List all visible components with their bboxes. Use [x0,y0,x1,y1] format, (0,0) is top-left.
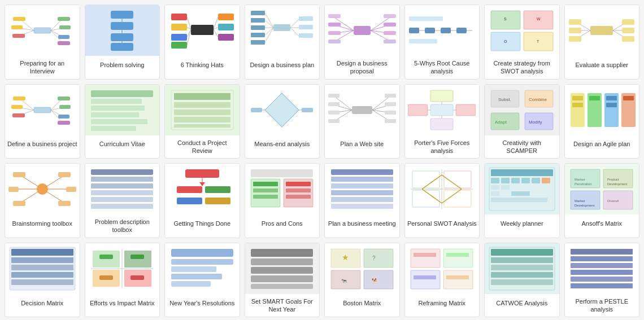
svg-rect-27 [218,14,234,20]
template-card-7[interactable]: S W O T Create strategy from SWOT analys… [484,5,560,80]
template-card-8[interactable]: Evaluate a supplier [564,5,640,80]
svg-rect-185 [13,172,25,177]
svg-rect-278 [251,284,313,289]
svg-rect-114 [59,105,71,109]
svg-rect-130 [251,108,262,112]
svg-rect-9 [11,25,23,29]
card-thumbnail [325,85,399,135]
svg-rect-186 [8,187,19,192]
svg-rect-134 [352,106,372,114]
svg-marker-199 [199,182,205,186]
card-label: Define a business project [5,135,80,154]
template-card-27[interactable]: New Year's Resolutions [164,243,240,318]
template-card-26[interactable]: Efforts vs Impact Matrix [85,243,160,318]
svg-rect-300 [491,279,553,285]
card-label: Design a business proposal [325,56,399,79]
template-card-17[interactable]: Brainstorming toolbox [5,163,80,238]
template-card-3[interactable]: 6 Thinking Hats [164,5,240,80]
card-thumbnail [85,243,160,294]
svg-rect-287 [411,249,440,268]
svg-rect-68 [384,23,396,27]
template-card-20[interactable]: Pros and Cons [245,163,320,238]
svg-rect-239 [491,191,499,196]
svg-rect-188 [58,172,71,177]
card-thumbnail [245,164,320,214]
svg-rect-298 [491,265,553,270]
svg-rect-306 [571,283,633,288]
svg-text:T: T [537,40,539,43]
svg-rect-191 [91,169,153,175]
svg-rect-26 [171,42,187,49]
template-card-1[interactable]: Preparing for an Interview [5,5,80,80]
template-card-29[interactable]: ★ ? 🐄 🐕 Boston Matrix [324,243,400,318]
template-card-21[interactable]: Plan a business meeting [324,163,400,238]
template-card-19[interactable]: Getting Things Done [164,163,240,238]
card-thumbnail [85,85,160,135]
svg-rect-145 [328,111,340,115]
svg-rect-12 [59,25,71,29]
card-label: New Year's Resolutions [165,294,240,312]
svg-rect-215 [331,183,393,189]
svg-text:Subst.: Subst. [498,97,511,102]
template-card-11[interactable]: Conduct a Project Review [164,84,240,159]
template-card-23[interactable]: Weekly planner [484,163,560,238]
card-thumbnail [325,164,399,214]
card-thumbnail [405,243,480,294]
template-card-25[interactable]: Decision Matrix [5,243,80,318]
svg-rect-120 [91,112,139,117]
svg-line-43 [265,20,273,28]
svg-rect-296 [491,249,553,256]
template-card-28[interactable]: Set SMART Goals For Next Year [245,243,320,318]
card-label: CATWOE Analysis [485,294,559,312]
svg-rect-292 [446,253,469,257]
card-thumbnail [165,5,240,56]
svg-text:Modify: Modify [529,120,542,125]
svg-rect-202 [177,198,202,204]
svg-rect-155 [430,119,453,130]
template-card-9[interactable]: Define a business project [5,84,80,159]
template-card-14[interactable]: Porter's Five Forces analysis [404,84,480,159]
svg-rect-112 [12,113,25,117]
card-label: Means-end analysis [245,135,320,154]
template-card-10[interactable]: Curriculum Vitae [85,84,160,159]
svg-rect-127 [174,117,230,122]
svg-rect-216 [331,190,393,195]
svg-rect-38 [251,18,265,23]
template-card-22[interactable]: Personal SWOT Analysis [404,163,480,238]
card-label: Problem solving [85,56,160,74]
template-card-16[interactable]: Design an Agile plan [564,84,640,159]
card-thumbnail [5,5,80,56]
svg-rect-277 [251,275,313,282]
svg-rect-267 [99,275,113,280]
template-card-2[interactable]: Problem solving [85,5,160,80]
card-thumbnail [565,85,639,135]
svg-rect-177 [623,96,634,100]
template-card-18[interactable]: Problem description toolbox [85,163,160,238]
template-card-15[interactable]: Subst. Combine Adapt Modify Creativity w… [484,84,560,159]
svg-rect-131 [302,108,313,112]
svg-rect-95 [569,36,581,42]
card-label: Creativity with SCAMPER [485,135,559,159]
template-card-5[interactable]: Design a business proposal [324,5,400,80]
svg-rect-211 [286,189,311,192]
template-card-30[interactable]: Reframing Matrix [404,243,480,318]
svg-rect-16 [111,22,133,30]
svg-rect-175 [606,96,617,100]
svg-rect-89 [590,26,613,35]
template-card-32[interactable]: Perform a PESTLE analysis [564,243,640,318]
svg-rect-265 [99,255,113,259]
template-card-31[interactable]: CATWOE Analysis [484,243,560,318]
template-card-4[interactable]: Design a business plan [245,5,320,80]
template-card-13[interactable]: Plan a Web site [324,84,400,159]
svg-rect-214 [331,177,393,182]
svg-rect-288 [443,249,473,268]
svg-rect-192 [91,177,153,182]
card-thumbnail [405,164,480,214]
template-card-12[interactable]: Means-end analysis [245,84,320,159]
svg-line-32 [187,29,191,37]
svg-marker-129 [265,93,299,127]
svg-rect-153 [456,104,476,116]
template-card-6[interactable]: 5-Whys Root Cause analysis [404,5,480,80]
card-thumbnail [405,5,480,56]
template-card-24[interactable]: Market Penetration Product Development M… [564,163,640,238]
